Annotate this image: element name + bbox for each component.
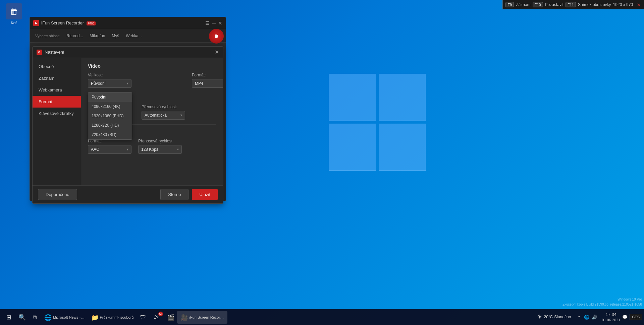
news-app-icon: 🌐 <box>44 314 51 321</box>
mikrofon-tab[interactable]: Mikrofon <box>90 34 105 38</box>
video-size-label: Velikost: <box>88 73 131 77</box>
ifun-app-icon: 🎥 <box>180 314 187 321</box>
topbar-close-button[interactable]: ✕ <box>637 2 641 7</box>
video-size-group: Velikost: Původní Původní 4096x2160 (4K)… <box>88 73 131 88</box>
win-logo-cell-2 <box>379 74 426 121</box>
video-bitrate-select-wrapper: Automatická <box>142 111 185 120</box>
video-format-group: Formát: MP4 <box>192 73 223 88</box>
tray-weather[interactable]: ☀ 20°C Slunečno <box>537 313 571 321</box>
win-logo-cell-3 <box>329 124 376 171</box>
recycle-bin-label: Koš <box>11 21 17 25</box>
tray-network-icon[interactable]: 🌐 <box>583 314 590 320</box>
settings-sidebar: Obecné Záznam Webkamera Formát Klávesové… <box>33 58 81 185</box>
explorer-app-icon: 📁 <box>91 314 98 321</box>
dropdown-item-fhd[interactable]: 1920x1080 (FHD) <box>88 111 132 121</box>
search-icon: 🔍 <box>18 314 26 321</box>
media-app-icon: 🎬 <box>167 314 174 321</box>
store-badge: 51 <box>158 312 163 316</box>
settings-nav-webkamera[interactable]: Webkamera <box>33 84 81 96</box>
settings-nav-format[interactable]: Formát <box>33 96 81 108</box>
record-button[interactable]: ⏺ <box>209 29 224 44</box>
f10-key: F10 <box>533 2 543 7</box>
audio-bitrate-group: Přenosová rychlost: 128 Kbps <box>138 139 182 154</box>
audio-bitrate-select-wrapper: 128 Kbps <box>138 145 182 154</box>
settings-close-button[interactable]: ✕ <box>215 49 219 55</box>
settings-titlebar: ⚙ Nastavení ✕ <box>33 47 223 58</box>
task-view-button[interactable]: ⧉ <box>28 311 41 324</box>
win-logo-cell-1 <box>329 74 376 121</box>
taskbar-app-ifun[interactable]: 🎥 iFun Screen Recorder <box>177 311 227 324</box>
recycle-bin[interactable]: 🗑 Koš <box>6 3 22 25</box>
weather-icon: ☀ <box>537 313 542 321</box>
tray-clock[interactable]: 17:34 01.06.2021 <box>602 312 620 323</box>
video-size-select[interactable]: Původní <box>88 79 131 88</box>
taskbar-app-explorer[interactable]: 📁 Průzkumník souborů <box>88 311 137 324</box>
f9-key: F9 <box>505 2 514 7</box>
mys-tab[interactable]: Myš <box>112 34 119 38</box>
video-bitrate-group: Přenosová rychlost: Automatická <box>142 105 185 120</box>
video-size-dropdown: Původní 4096x2160 (4K) 1920x1080 (FHD) 1… <box>88 92 132 140</box>
app-menu-icon[interactable]: ☰ <box>205 20 210 26</box>
settings-dialog-icon: ⚙ <box>37 50 42 55</box>
settings-nav-obecne[interactable]: Obecné <box>33 61 81 72</box>
language-indicator[interactable]: CES <box>630 314 642 320</box>
dropdown-item-hd[interactable]: 1280x720 (HD) <box>88 121 132 130</box>
video-section-title: Video <box>88 63 216 69</box>
start-button[interactable]: ⊞ <box>2 311 15 324</box>
taskbar-app-security[interactable]: 🛡 <box>137 311 150 324</box>
record-label: Záznam <box>516 2 530 7</box>
dropdown-item-puvodni[interactable]: Původní <box>88 92 132 102</box>
taskbar-search-button[interactable]: 🔍 <box>16 311 28 323</box>
settings-nav-zaznam[interactable]: Záznam <box>33 72 81 84</box>
video-format-select[interactable]: MP4 <box>192 79 223 88</box>
settings-dialog-title: Nastavení <box>45 50 215 55</box>
cancel-button[interactable]: Storno <box>160 189 189 200</box>
record-icon: ⏺ <box>214 33 219 39</box>
tray-time: 17:34 <box>602 312 620 318</box>
dropdown-item-4k[interactable]: 4096x2160 (4K) <box>88 102 132 111</box>
audio-format-select-wrapper: AAC <box>88 145 131 154</box>
notification-icon[interactable]: 💬 <box>622 314 628 320</box>
app-close-button[interactable]: ✕ <box>218 20 222 26</box>
news-app-label: Microsoft News –... <box>53 315 85 319</box>
tray-icons: ^ 🌐 🔊 <box>576 314 598 320</box>
weather-condition: Slunečno <box>554 315 571 319</box>
security-app-icon: 🛡 <box>140 314 147 321</box>
save-button[interactable]: Uložit <box>192 189 218 200</box>
ifun-app-label: iFun Screen Recorder <box>189 315 224 319</box>
app-titlebar: ▶ iFun Screen Recorder PRO ☰ ─ ✕ <box>30 17 226 29</box>
dropdown-item-sd[interactable]: 720x480 (SD) <box>88 130 132 139</box>
settings-content: Video Velikost: Původní Původní 4096x216… <box>81 58 223 185</box>
taskbar-app-store[interactable]: 🛍 51 <box>150 311 164 324</box>
f11-key: F11 <box>566 2 576 7</box>
video-format-label: Formát: <box>192 73 223 77</box>
task-view-icon: ⧉ <box>33 314 37 320</box>
app-minimize-button[interactable]: ─ <box>212 20 216 26</box>
pause-label: Pozastavit <box>545 2 564 7</box>
taskbar: ⊞ 🔍 ⧉ 🌐 Microsoft News –... 📁 Průzkumník… <box>0 309 644 325</box>
system-tray: ☀ 20°C Slunečno ^ 🌐 🔊 17:34 01.06.2021 💬… <box>537 312 642 323</box>
recommended-button[interactable]: Doporučeno <box>38 189 77 200</box>
audio-bitrate-label: Přenosová rychlost: <box>138 139 182 143</box>
settings-body: Obecné Záznam Webkamera Formát Klávesové… <box>33 58 223 185</box>
webka-tab[interactable]: Webka... <box>126 34 142 38</box>
recycle-bin-icon: 🗑 <box>6 3 22 19</box>
audio-format-select[interactable]: AAC <box>88 145 131 154</box>
taskbar-app-news[interactable]: 🌐 Microsoft News –... <box>41 311 88 324</box>
app-title-text: iFun Screen Recorder PRO <box>41 20 205 25</box>
video-format-select-wrapper: MP4 <box>192 79 223 88</box>
reprod-tab[interactable]: Reprod... <box>66 34 83 38</box>
resolution-label: 644 x 325 <box>613 2 633 7</box>
video-bitrate-select[interactable]: Automatická <box>142 111 185 120</box>
area-label: Vyberte oblast: <box>35 34 60 38</box>
settings-nav-klavesove[interactable]: Klávesové zkratky <box>33 108 81 119</box>
tray-volume-icon[interactable]: 🔊 <box>591 314 598 320</box>
tray-expand-icon[interactable]: ^ <box>576 314 582 320</box>
tray-date: 01.06.2021 <box>602 318 620 323</box>
win10-badge: Windows 10 Pro Zkušební kopie Build 2139… <box>560 296 644 308</box>
video-size-select-wrapper: Původní <box>88 79 131 88</box>
audio-row: Formát: AAC Přenosová rychlost: 128 Kbps <box>88 139 216 154</box>
audio-bitrate-select[interactable]: 128 Kbps <box>138 145 182 154</box>
taskbar-app-media[interactable]: 🎬 <box>164 311 177 324</box>
footer-right-buttons: Storno Uložit <box>160 189 218 200</box>
